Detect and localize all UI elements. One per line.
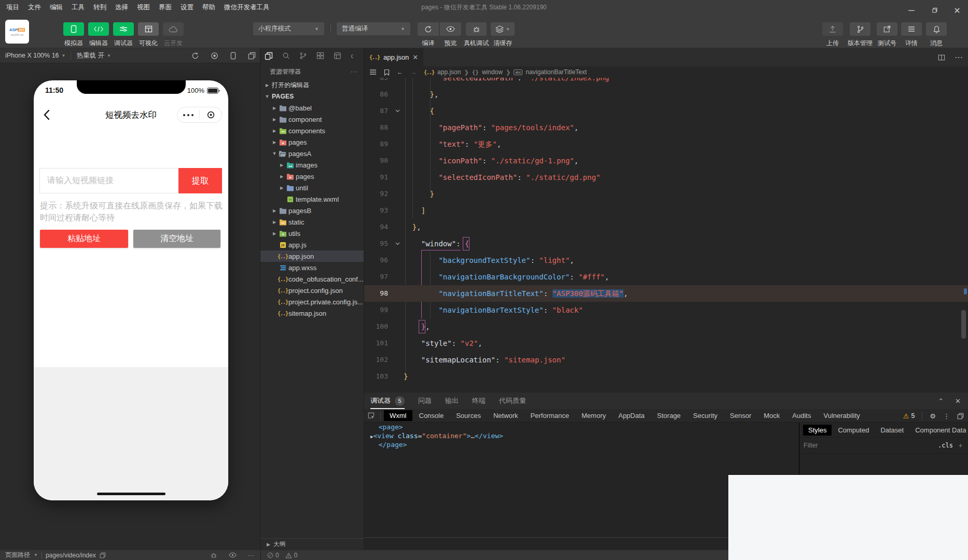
- breadcrumb-property[interactable]: navigationBarTitleText: [526, 68, 587, 76]
- styles-tab-Computed[interactable]: Computed: [833, 425, 874, 436]
- tree-item-template.wxml[interactable]: ‹›template.wxml: [260, 193, 364, 205]
- 编辑器-button[interactable]: [88, 22, 109, 36]
- multi-window-icon[interactable]: [248, 52, 256, 60]
- code-line-86[interactable]: 86 },: [364, 86, 968, 103]
- editor-scrollbar[interactable]: [961, 310, 966, 339]
- code-line-92[interactable]: 92 }: [364, 186, 968, 202]
- styles-tab-Component-Data[interactable]: Component Data: [910, 425, 968, 436]
- compile-mode-select[interactable]: 普通编译▼: [337, 22, 410, 35]
- devtools-tab-Network[interactable]: Network: [488, 410, 524, 421]
- tree-item-pages[interactable]: ▶pages: [260, 171, 364, 182]
- menu-item-8[interactable]: 设置: [181, 3, 193, 12]
- copy-icon[interactable]: [100, 552, 106, 558]
- devtools-tab-Mock[interactable]: Mock: [758, 410, 785, 421]
- 清缓存-button[interactable]: ▼: [491, 22, 515, 36]
- source-control-icon[interactable]: [299, 52, 307, 60]
- menu-item-2[interactable]: 编辑: [50, 3, 63, 12]
- panel-tab-终端[interactable]: 终端: [472, 393, 486, 409]
- close-panel-icon[interactable]: ✕: [955, 397, 961, 405]
- tree-item-static[interactable]: ▶static: [260, 216, 364, 228]
- close-tab-icon[interactable]: ✕: [412, 53, 418, 61]
- filter-input[interactable]: Filter: [804, 442, 934, 449]
- cloud-icon[interactable]: [351, 52, 359, 60]
- extensions-icon[interactable]: [316, 52, 324, 60]
- code-line-87[interactable]: 87 {: [364, 103, 968, 119]
- 预览-button[interactable]: [440, 22, 461, 36]
- wxml-node[interactable]: <page>: [364, 423, 799, 431]
- tab-app-json[interactable]: {..} app.json ✕: [364, 48, 423, 66]
- warning-count-status[interactable]: 0: [285, 552, 298, 559]
- devtools-tab-Performance[interactable]: Performance: [525, 410, 575, 421]
- package-icon[interactable]: [334, 52, 341, 60]
- editor-more-icon[interactable]: ⋯: [955, 52, 963, 62]
- devtools-tab-Console[interactable]: Console: [413, 410, 450, 421]
- tree-section--[interactable]: ▶打开的编辑器: [260, 79, 364, 91]
- wxml-node[interactable]: ▶<view class="container">…</view>: [364, 431, 799, 440]
- page-path-label[interactable]: 页面路径: [5, 551, 30, 559]
- devtools-tab-Sources[interactable]: Sources: [450, 410, 487, 421]
- inspect-element-icon[interactable]: [367, 412, 375, 419]
- code-line-95[interactable]: 95 "window": {: [364, 235, 968, 252]
- tree-item-app.json[interactable]: {..}app.json: [260, 250, 364, 262]
- statusbar-more-icon[interactable]: ···: [248, 552, 254, 559]
- devtools-tab-Vulnerability[interactable]: Vulnerability: [818, 410, 865, 421]
- code-line-96[interactable]: 96 "backgroundTextStyle": "light",: [364, 252, 968, 269]
- tree-item-pagesA[interactable]: ▼pagesA: [260, 148, 364, 159]
- code-line-100[interactable]: 100 },: [364, 318, 968, 335]
- 消息-button[interactable]: [926, 22, 947, 36]
- 云开发-button[interactable]: [163, 22, 184, 36]
- tree-item-code_obfuscation_conf...[interactable]: {..}code_obfuscation_conf...: [260, 273, 364, 285]
- more-actions-icon[interactable]: ···: [351, 68, 358, 75]
- devtools-tab-AppData[interactable]: AppData: [613, 410, 651, 421]
- devtools-tab-Wxml[interactable]: Wxml: [384, 410, 412, 421]
- bug-icon[interactable]: [210, 552, 217, 559]
- devtools-tab-Audits[interactable]: Audits: [786, 410, 817, 421]
- kebab-menu-icon[interactable]: ⋮: [943, 412, 950, 420]
- breadcrumb-object[interactable]: window: [482, 68, 503, 76]
- code-line-101[interactable]: 101 "style": "v2",: [364, 335, 968, 352]
- code-line-97[interactable]: 97 "navigationBarBackgroundColor": "#fff…: [364, 269, 968, 285]
- 真机调试-button[interactable]: [466, 22, 487, 36]
- styles-tab-Dataset[interactable]: Dataset: [875, 425, 909, 436]
- back-history-icon[interactable]: ←: [397, 68, 403, 76]
- devtools-tab-Memory[interactable]: Memory: [576, 410, 612, 421]
- error-count[interactable]: 0: [267, 552, 279, 559]
- settings-gear-icon[interactable]: ⚙: [930, 412, 936, 420]
- forward-history-icon[interactable]: →: [410, 68, 417, 76]
- tree-item-app.wxss[interactable]: app.wxss: [260, 262, 364, 273]
- tree-item-component[interactable]: ▶component: [260, 114, 364, 125]
- tree-item-@babel[interactable]: ▶@babel: [260, 102, 364, 114]
- restart-icon[interactable]: [191, 52, 199, 60]
- menu-item-3[interactable]: 工具: [72, 3, 85, 12]
- video-link-input[interactable]: 请输入短视频链接: [39, 168, 178, 193]
- clear-address-button[interactable]: 清空地址: [133, 230, 220, 248]
- 版本管理-button[interactable]: [850, 22, 870, 36]
- menu-item-0[interactable]: 项目: [6, 3, 19, 12]
- 测试号-button[interactable]: [877, 22, 897, 36]
- extract-button[interactable]: 提取: [178, 168, 222, 193]
- breadcrumb-file[interactable]: app.json: [437, 68, 461, 76]
- tree-item-project.config.json[interactable]: {..}project.config.json: [260, 285, 364, 296]
- menu-item-10[interactable]: 微信开发者工具: [224, 3, 270, 12]
- undock-icon[interactable]: [957, 413, 964, 419]
- menu-item-6[interactable]: 视图: [137, 3, 150, 12]
- panel-tab-代码质量[interactable]: 代码质量: [499, 393, 526, 409]
- code-line-91[interactable]: 91 "selectedIconPath": "./static/gd.png": [364, 169, 968, 186]
- tree-item-images[interactable]: ▶images: [260, 159, 364, 171]
- 编译-button[interactable]: [418, 22, 439, 36]
- mode-select[interactable]: 小程序模式▼: [253, 22, 324, 35]
- target-icon[interactable]: [200, 110, 222, 119]
- device-selector[interactable]: iPhone X 100% 16▼: [0, 48, 71, 63]
- more-icon[interactable]: [177, 114, 199, 116]
- panel-tab-调试器[interactable]: 调试器5: [370, 393, 405, 409]
- panel-tab-问题[interactable]: 问题: [418, 393, 432, 409]
- screenshot-icon[interactable]: [211, 52, 218, 60]
- device-frame-icon[interactable]: [230, 52, 237, 60]
- 详情-button[interactable]: [901, 22, 922, 36]
- 上传-button[interactable]: [822, 22, 843, 36]
- tree-item-until[interactable]: ▶until: [260, 182, 364, 193]
- styles-tab-Styles[interactable]: Styles: [803, 425, 832, 436]
- code-line-85[interactable]: 85 "selectedIconPath": "./static/index.p…: [364, 78, 968, 86]
- bookmark-icon[interactable]: [384, 69, 390, 76]
- code-line-102[interactable]: 102 "sitemapLocation": "sitemap.json": [364, 352, 968, 368]
